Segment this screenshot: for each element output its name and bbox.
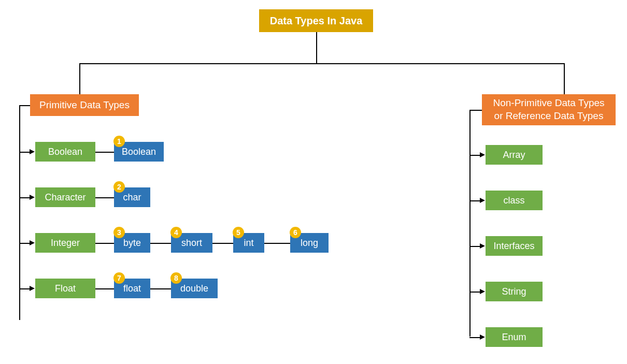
connector [469, 246, 480, 247]
primitive-header: Primitive Data Types [30, 94, 139, 116]
connector [95, 243, 114, 244]
nonprimitive-enum: Enum [486, 327, 543, 347]
arrow-icon [480, 243, 485, 249]
connector [95, 197, 114, 198]
arrow-icon [30, 240, 35, 245]
connector [469, 337, 480, 338]
connector [469, 110, 482, 111]
badge-3: 3 [113, 227, 125, 238]
connector [212, 243, 233, 244]
connector [19, 152, 30, 153]
connector [95, 288, 114, 289]
badge-4: 4 [170, 227, 182, 238]
connector [469, 200, 480, 201]
arrow-icon [480, 289, 485, 294]
nonprimitive-header: Non-Primitive Data Types or Reference Da… [482, 94, 616, 125]
connector [19, 197, 30, 198]
connector [19, 243, 30, 244]
nonprimitive-class: class [486, 191, 543, 210]
arrow-icon [30, 286, 35, 291]
arrow-icon [30, 195, 35, 200]
nonprimitive-array: Array [486, 145, 543, 165]
nonprimitive-interfaces: Interfaces [486, 236, 543, 256]
arrow-icon [30, 149, 35, 154]
badge-7: 7 [113, 272, 125, 284]
badge-5: 5 [233, 227, 244, 238]
diagram-title: Data Types In Java [259, 9, 373, 32]
connector [79, 63, 564, 64]
badge-8: 8 [170, 272, 182, 284]
connector [469, 292, 480, 293]
category-boolean: Boolean [35, 142, 95, 162]
badge-2: 2 [113, 181, 125, 193]
category-integer: Integer [35, 233, 95, 253]
badge-6: 6 [290, 227, 301, 238]
connector [264, 243, 290, 244]
connector [19, 105, 20, 320]
connector [564, 63, 565, 94]
connector [469, 155, 480, 156]
connector [19, 288, 30, 289]
category-character: Character [35, 187, 95, 207]
connector [150, 243, 171, 244]
connector [79, 63, 80, 94]
connector [469, 110, 471, 337]
badge-1: 1 [113, 136, 125, 147]
category-float: Float [35, 279, 95, 298]
arrow-icon [480, 152, 485, 157]
arrow-icon [480, 198, 485, 203]
connector [95, 152, 114, 153]
connector [316, 32, 317, 63]
arrow-icon [480, 334, 485, 340]
connector [150, 288, 171, 289]
nonprimitive-string: String [486, 282, 543, 301]
connector [19, 105, 30, 106]
